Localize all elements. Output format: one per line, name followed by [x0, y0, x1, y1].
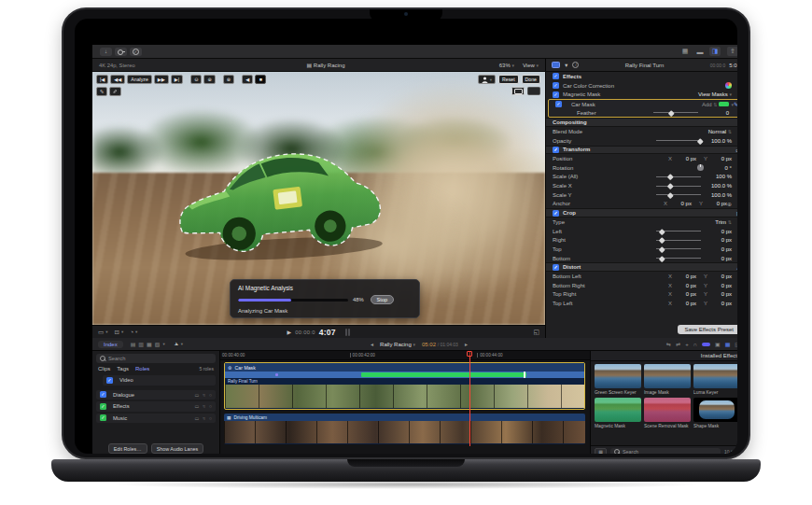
- viewer-canvas[interactable]: |◀ ◀◀ Analyze ▶▶ ▶| ⊖ ⊕ ⊗: [92, 72, 545, 325]
- chevron-icon[interactable]: ⌄: [732, 157, 737, 161]
- analyze-forward-button[interactable]: ▶▶: [154, 75, 169, 84]
- draw-mask-icon[interactable]: ✎: [734, 101, 737, 107]
- tr-y-value[interactable]: 0 px: [707, 291, 732, 297]
- effects-category-header[interactable]: Installed Effects: [591, 351, 737, 361]
- skimming-icon[interactable]: ⇄: [676, 341, 680, 347]
- opacity-slider[interactable]: [656, 137, 701, 144]
- timeline-ruler[interactable]: 00:00:40:00 00:00:42:00 00:00:44:00: [220, 351, 590, 360]
- anchor-y-value[interactable]: 0 px: [703, 201, 727, 206]
- focus-icon[interactable]: ○: [209, 415, 212, 421]
- rotation-value[interactable]: 0 °: [704, 165, 732, 171]
- show-matte-toggle[interactable]: [527, 87, 540, 95]
- analyze-to-end-button[interactable]: ▶|: [171, 75, 183, 84]
- viewer-zoom-menu[interactable]: 63% ▾: [499, 63, 514, 68]
- share-button[interactable]: ⇧: [727, 47, 737, 56]
- chevron-down-icon[interactable]: ▾: [181, 342, 183, 346]
- crop-left-value[interactable]: 0 px: [704, 229, 732, 234]
- effects-browser-toggle[interactable]: ▦: [725, 341, 731, 347]
- mask-add-menu[interactable]: Add ⇅: [702, 102, 718, 107]
- forward-history-icon[interactable]: ▸: [465, 341, 468, 347]
- mask-color-swatch[interactable]: [719, 102, 729, 106]
- multicam-header[interactable]: ▦ Driving Multicam: [224, 414, 585, 421]
- timeline-toggle-button[interactable]: ▬: [694, 47, 706, 56]
- waveform-icon[interactable]: ≈: [203, 403, 205, 409]
- crop-tool-menu[interactable]: ⊡▾: [114, 329, 123, 336]
- scale-x-value[interactable]: 100.0 %: [704, 183, 732, 189]
- timeline-area[interactable]: 00:00:40:00 00:00:42:00 00:00:44:00 ⊛ Ca…: [220, 351, 590, 454]
- analyze-backward-button[interactable]: ◀◀: [110, 75, 125, 84]
- anchor-x-value[interactable]: 0 px: [667, 201, 692, 206]
- keyframe-marker[interactable]: [275, 373, 279, 377]
- retime-menu[interactable]: ◔▾: [130, 329, 137, 335]
- background-tasks-button[interactable]: ✓: [130, 48, 142, 56]
- show-audio-lanes-button[interactable]: Show Audio Lanes: [151, 443, 204, 454]
- browser-toggle-button[interactable]: ▦: [679, 47, 691, 56]
- lane-icon[interactable]: ▭: [194, 403, 199, 409]
- effect-thumbnail[interactable]: [693, 364, 737, 388]
- effects-checkbox[interactable]: ✓: [553, 73, 559, 79]
- keyword-editor-button[interactable]: [115, 48, 127, 56]
- effect-thumbnail[interactable]: [693, 398, 737, 422]
- filmstrip-rally[interactable]: [225, 385, 584, 408]
- crop-checkbox[interactable]: ✓: [553, 210, 559, 217]
- previous-mask-button[interactable]: ◀: [242, 75, 253, 84]
- bl-x-value[interactable]: 0 px: [672, 274, 696, 279]
- stop-button[interactable]: Stop: [371, 295, 395, 304]
- tr-x-value[interactable]: 0 px: [672, 291, 696, 297]
- magnetic-mask-checkbox[interactable]: ✓: [553, 91, 559, 98]
- timeline-project-menu[interactable]: Rally Racing ▾: [380, 342, 415, 347]
- transform-tool-menu[interactable]: ▭▾: [98, 329, 107, 336]
- playhead[interactable]: [469, 351, 470, 446]
- index-button[interactable]: Index: [98, 341, 123, 348]
- done-button[interactable]: Done: [522, 75, 540, 84]
- effects-search-input[interactable]: [623, 449, 717, 454]
- car-mask-checkbox[interactable]: ✓: [555, 101, 562, 107]
- effect-magnetic-mask[interactable]: Magnetic Mask: [595, 398, 641, 428]
- clip-appearance-icon-1[interactable]: ▤: [131, 341, 136, 347]
- scale-all-value[interactable]: 100 %: [704, 174, 732, 179]
- effect-thumbnail[interactable]: [595, 398, 641, 422]
- distort-onscreen-icon[interactable]: ▱: [736, 264, 737, 271]
- crop-onscreen-icon[interactable]: ⊡: [736, 210, 737, 217]
- rotation-dial-icon[interactable]: [697, 164, 704, 171]
- role-row-music[interactable]: ✓ Music ▭ ≈ ○: [96, 414, 216, 424]
- chevron-down-icon[interactable]: ▾: [732, 202, 737, 206]
- info-icon[interactable]: i: [572, 62, 579, 68]
- subject-picker-button[interactable]: ▾: [478, 75, 496, 84]
- reset-button[interactable]: Reset: [498, 75, 519, 84]
- crop-top-value[interactable]: 0 px: [704, 246, 732, 252]
- crop-right-value[interactable]: 0 px: [704, 237, 732, 243]
- delete-mask-button[interactable]: ⊗: [223, 75, 234, 84]
- chevron-icon[interactable]: ⌄: [732, 83, 737, 88]
- add-area-button[interactable]: ⊕: [203, 75, 215, 84]
- waveform-icon[interactable]: ≈: [203, 415, 205, 421]
- view-masks-menu[interactable]: View Masks ▾: [698, 91, 732, 97]
- position-y-value[interactable]: 0 px: [707, 156, 732, 161]
- transform-onscreen-icon[interactable]: ▭: [735, 147, 737, 153]
- masked-rally-car[interactable]: [169, 132, 395, 272]
- effect-green-screen-keyer[interactable]: Green Screen Keyer: [595, 364, 641, 395]
- chevron-icon[interactable]: ⌄: [732, 138, 737, 143]
- analyze-to-start-button[interactable]: |◀: [96, 75, 108, 84]
- viewer-view-menu[interactable]: View ▾: [523, 63, 539, 68]
- role-music-checkbox[interactable]: ✓: [100, 414, 106, 421]
- audio-meters-mini[interactable]: [345, 329, 351, 336]
- feather-value[interactable]: 0: [701, 110, 729, 116]
- bl-y-value[interactable]: 0 px: [707, 274, 732, 279]
- analysis-range-bar[interactable]: [225, 372, 584, 378]
- tl-x-value[interactable]: 0 px: [672, 301, 696, 306]
- waveform-icon[interactable]: ≈: [203, 392, 205, 398]
- audio-meters-icon[interactable]: ▣: [715, 341, 721, 347]
- crop-right-slider[interactable]: [656, 237, 701, 244]
- video-clip-icon[interactable]: [552, 62, 560, 68]
- effects-search-field[interactable]: [610, 448, 721, 455]
- effect-thumbnail[interactable]: [595, 364, 641, 388]
- analyze-button[interactable]: Analyze: [127, 75, 151, 84]
- edit-roles-button[interactable]: Edit Roles…: [108, 443, 147, 454]
- clip-appearance-icon-4[interactable]: ▧: [155, 341, 161, 347]
- filmstrip-multicam[interactable]: [224, 421, 585, 443]
- color-board-icon[interactable]: [725, 82, 732, 89]
- solo-icon[interactable]: +: [685, 342, 689, 347]
- feather-slider[interactable]: [653, 109, 698, 116]
- car-mask-effect-header[interactable]: ⊛ Car Mask: [225, 363, 584, 372]
